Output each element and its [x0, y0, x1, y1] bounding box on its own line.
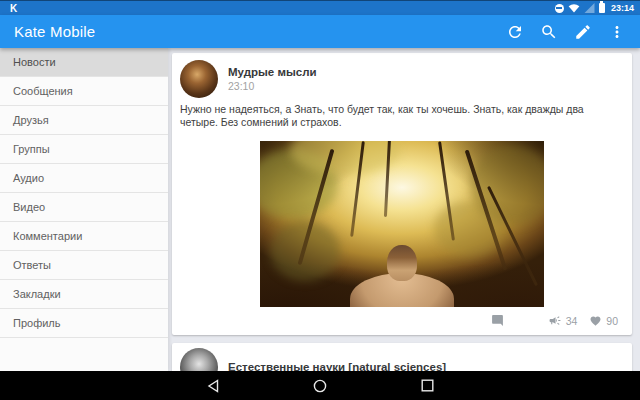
sidebar-item-bookmarks[interactable]: Закладки — [0, 280, 168, 309]
news-feed[interactable]: Мудрые мысли 23:10 Нужно не надеяться, а… — [168, 48, 640, 371]
home-icon — [313, 379, 327, 393]
wifi-icon — [568, 3, 580, 13]
comment-button[interactable] — [491, 314, 508, 327]
author-avatar[interactable] — [180, 348, 218, 371]
sidebar-item-label: Новости — [13, 56, 56, 68]
megaphone-icon — [548, 314, 562, 327]
body: Новости Сообщения Друзья Группы Аудио Ви… — [0, 48, 640, 371]
back-icon — [207, 379, 220, 393]
sidebar-item-label: Закладки — [13, 288, 61, 300]
android-nav-bar — [0, 371, 640, 400]
screen: K 23:14 Kate Mobile — [0, 0, 640, 400]
sidebar-item-label: Сообщения — [13, 85, 73, 97]
recents-icon — [421, 379, 434, 392]
battery-icon — [599, 3, 605, 13]
post-author: Мудрые мысли — [228, 66, 317, 78]
comment-icon — [491, 314, 504, 327]
sidebar-item-label: Видео — [13, 201, 45, 213]
sidebar-item-audio[interactable]: Аудио — [0, 164, 168, 193]
app-title: Kate Mobile — [14, 23, 95, 40]
post-timestamp: 23:10 — [228, 80, 317, 92]
sidebar-item-news[interactable]: Новости — [0, 48, 168, 77]
overflow-menu-button[interactable] — [607, 22, 626, 41]
post-text: Нужно не надеяться, а Знать, что будет т… — [180, 103, 622, 128]
back-button[interactable] — [160, 371, 267, 400]
compose-button[interactable] — [573, 22, 592, 41]
sidebar-item-video[interactable]: Видео — [0, 193, 168, 222]
sidebar-item-label: Ответы — [13, 259, 51, 271]
post-header[interactable]: Естественные науки [natural sciences] — [180, 348, 446, 371]
refresh-icon — [506, 23, 524, 41]
status-bar: K 23:14 — [0, 0, 640, 15]
sidebar-item-messages[interactable]: Сообщения — [0, 77, 168, 106]
post-image[interactable] — [260, 141, 544, 307]
signal-icon — [584, 3, 595, 13]
post-footer: 34 90 — [491, 314, 618, 327]
refresh-button[interactable] — [505, 22, 524, 41]
post-card: Мудрые мысли 23:10 Нужно не надеяться, а… — [172, 53, 632, 335]
post-author: Естественные науки [natural sciences] — [228, 361, 446, 371]
do-not-disturb-icon — [555, 4, 564, 13]
post-header[interactable]: Мудрые мысли 23:10 — [180, 60, 317, 98]
sidebar-item-label: Друзья — [13, 114, 49, 126]
sidebar-item-friends[interactable]: Друзья — [0, 106, 168, 135]
kate-notification-icon: K — [10, 3, 18, 14]
sidebar-item-comments[interactable]: Комментарии — [0, 222, 168, 251]
repost-count: 34 — [566, 315, 578, 327]
author-avatar[interactable] — [180, 60, 218, 98]
home-button[interactable] — [267, 371, 374, 400]
search-icon — [540, 23, 558, 41]
clock: 23:14 — [611, 3, 634, 13]
heart-icon — [589, 315, 602, 327]
sidebar-item-profile[interactable]: Профиль — [0, 309, 168, 338]
app-bar: Kate Mobile — [0, 15, 640, 48]
like-button[interactable]: 90 — [589, 315, 618, 327]
search-button[interactable] — [539, 22, 558, 41]
repost-button[interactable]: 34 — [548, 314, 578, 327]
sidebar-item-label: Комментарии — [13, 230, 82, 242]
sidebar-item-groups[interactable]: Группы — [0, 135, 168, 164]
person-head — [387, 245, 417, 281]
sidebar-item-replies[interactable]: Ответы — [0, 251, 168, 280]
sidebar-item-label: Аудио — [13, 172, 44, 184]
post-card: Естественные науки [natural sciences] — [172, 343, 632, 371]
pencil-icon — [574, 23, 592, 41]
sidebar-menu: Новости Сообщения Друзья Группы Аудио Ви… — [0, 48, 168, 371]
overflow-menu-icon — [608, 23, 626, 41]
sidebar-item-label: Группы — [13, 143, 50, 155]
recents-button[interactable] — [374, 371, 481, 400]
like-count: 90 — [606, 315, 618, 327]
sidebar-item-label: Профиль — [13, 317, 61, 329]
